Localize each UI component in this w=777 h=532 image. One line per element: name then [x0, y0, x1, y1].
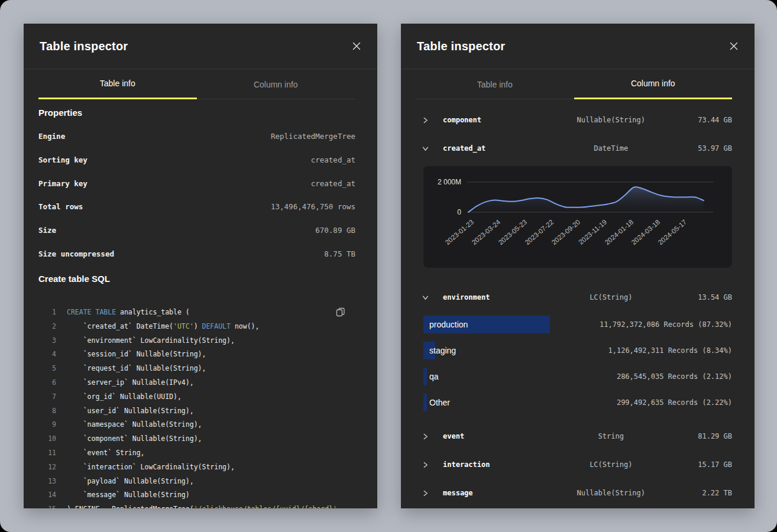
line-number: 4: [38, 350, 56, 358]
code-text: `request_id` Nullable(String),: [67, 364, 206, 372]
chevron-right-icon: [422, 490, 429, 497]
property-label: Size: [38, 226, 56, 235]
property-row: Sorting key created_at: [38, 148, 355, 172]
close-icon: [352, 42, 361, 50]
copy-sql-button[interactable]: [335, 306, 347, 320]
line-number: 11: [38, 449, 56, 457]
tab-column-info[interactable]: Column info: [197, 69, 355, 99]
desktop-background: Table inspector Table infoColumn info Pr…: [0, 0, 777, 532]
svg-text:2024-01-18: 2024-01-18: [604, 218, 635, 246]
property-label: Primary key: [38, 179, 88, 188]
tab-table-info[interactable]: Table info: [416, 69, 574, 99]
svg-text:2 000M: 2 000M: [438, 178, 461, 186]
column-type: String: [555, 432, 668, 440]
sql-code-line: 12 `interaction` LowCardinality(String),: [38, 460, 355, 474]
code-text: CREATE TABLE analytics_table (: [67, 308, 190, 316]
property-row: Size uncompressed 8.75 TB: [38, 242, 355, 265]
value-label: staging: [429, 346, 608, 355]
code-text: `environment` LowCardinality(String),: [67, 336, 235, 345]
sql-code-line: 7 `org_id` Nullable(UUID),: [38, 390, 355, 404]
column-name: created_at: [443, 144, 555, 153]
line-number: 5: [38, 364, 56, 372]
svg-text:2023-01-23: 2023-01-23: [444, 218, 475, 246]
sql-code-line: 1 CREATE TABLE analytics_table (: [38, 305, 355, 319]
column-row-event[interactable]: event String 81.29 GB: [401, 422, 755, 450]
line-number: 3: [38, 336, 56, 345]
line-number: 8: [38, 407, 56, 415]
value-label: Other: [429, 398, 617, 407]
value-distribution-row-other: Other 299,492,635 Records (2.22%): [401, 390, 755, 416]
code-text: `namespace` Nullable(String),: [67, 420, 202, 429]
column-type: DateTime: [555, 144, 668, 153]
column-name: event: [443, 432, 555, 440]
column-row-created_at[interactable]: created_at DateTime 53.97 GB: [401, 134, 755, 163]
line-number: 15: [38, 505, 56, 508]
column-size: 2.22 TB: [667, 489, 732, 497]
code-text: `message` Nullable(String): [67, 491, 190, 499]
property-value: created_at: [311, 155, 355, 164]
property-label: Size uncompressed: [38, 249, 114, 258]
property-label: Total rows: [38, 202, 83, 211]
column-name: interaction: [443, 460, 555, 469]
property-row: Engine ReplicatedMergeTree: [38, 125, 355, 148]
column-row-message[interactable]: message Nullable(String) 2.22 TB: [401, 479, 755, 507]
code-text: `user_id` Nullable(String),: [67, 407, 194, 415]
dialog-header: Table inspector: [401, 24, 755, 69]
record-count: 11,792,372,086 Records (87.32%): [600, 320, 732, 329]
property-value: 8.75 TB: [324, 249, 355, 258]
line-number: 10: [38, 434, 56, 443]
distribution-bar: [423, 394, 427, 411]
property-row: Primary key created_at: [38, 171, 355, 195]
svg-text:0: 0: [457, 208, 461, 216]
column-size: 13.54 GB: [667, 293, 732, 301]
tab-table-info[interactable]: Table info: [38, 69, 197, 99]
property-label: Engine: [38, 132, 65, 141]
close-button[interactable]: [724, 36, 744, 56]
svg-text:2023-05-23: 2023-05-23: [497, 218, 529, 246]
sql-code-line: 3 `environment` LowCardinality(String),: [38, 333, 355, 348]
tab-bar: Table infoColumn info: [401, 69, 755, 99]
chevron-right-icon: [422, 117, 429, 124]
column-row-environment[interactable]: environment LC(String) 13.54 GB: [401, 283, 755, 312]
column-row-interaction[interactable]: interaction LC(String) 15.17 GB: [401, 450, 755, 479]
column-type: Nullable(String): [555, 489, 668, 497]
code-text: `server_ip` Nullable(IPv4),: [67, 378, 194, 387]
code-text: `event` String,: [67, 449, 145, 457]
dialog-title: Table inspector: [40, 40, 128, 53]
record-count: 1,126,492,311 Records (8.34%): [608, 346, 732, 355]
sql-code-block: 1 CREATE TABLE analytics_table ( 2 `crea…: [38, 305, 355, 508]
property-row: Size 670.89 GB: [38, 219, 355, 242]
property-value: ReplicatedMergeTree: [271, 132, 355, 141]
property-value: created_at: [311, 179, 355, 188]
dialog-header: Table inspector: [24, 24, 377, 69]
column-size: 53.97 GB: [667, 144, 732, 153]
sql-code-line: 8 `user_id` Nullable(String),: [38, 404, 355, 418]
chevron-down-icon: [422, 294, 429, 301]
svg-text:2023-09-20: 2023-09-20: [551, 218, 582, 246]
line-number: 6: [38, 378, 56, 387]
line-number: 12: [38, 463, 56, 471]
svg-text:2024-05-17: 2024-05-17: [657, 218, 688, 246]
table-inspector-dialog-column-info: Table inspector Table infoColumn info co…: [401, 24, 755, 508]
tab-column-info[interactable]: Column info: [574, 69, 733, 99]
column-info-content: component Nullable(String) 73.44 GB crea…: [401, 99, 755, 507]
sql-code-line: 9 `namespace` Nullable(String),: [38, 418, 355, 432]
area-chart: 2 000M02023-01-232023-03-242023-05-23202…: [423, 166, 732, 268]
property-value: 13,496,476,750 rows: [271, 202, 355, 211]
sql-code-line: 4 `session_id` Nullable(String),: [38, 348, 355, 362]
sql-code-line: 6 `server_ip` Nullable(IPv4),: [38, 375, 355, 390]
column-type: LC(String): [555, 293, 668, 301]
column-row-component[interactable]: component Nullable(String) 73.44 GB: [401, 106, 755, 134]
line-number: 13: [38, 477, 56, 485]
code-text: `created_at` DateTime('UTC') DEFAULT now…: [67, 322, 259, 330]
tab-label: Column info: [254, 80, 298, 89]
property-row: Total rows 13,496,476,750 rows: [38, 195, 355, 219]
code-text: `component` Nullable(String),: [67, 434, 202, 443]
close-button[interactable]: [347, 36, 367, 56]
line-number: 9: [38, 420, 56, 429]
sql-code-line: 10 `component` Nullable(String),: [38, 432, 355, 446]
tab-label: Table info: [477, 80, 513, 89]
table-info-content: Properties Engine ReplicatedMergeTree So…: [24, 108, 377, 508]
column-name: component: [443, 116, 555, 124]
sql-lines: 1 CREATE TABLE analytics_table ( 2 `crea…: [38, 305, 355, 508]
